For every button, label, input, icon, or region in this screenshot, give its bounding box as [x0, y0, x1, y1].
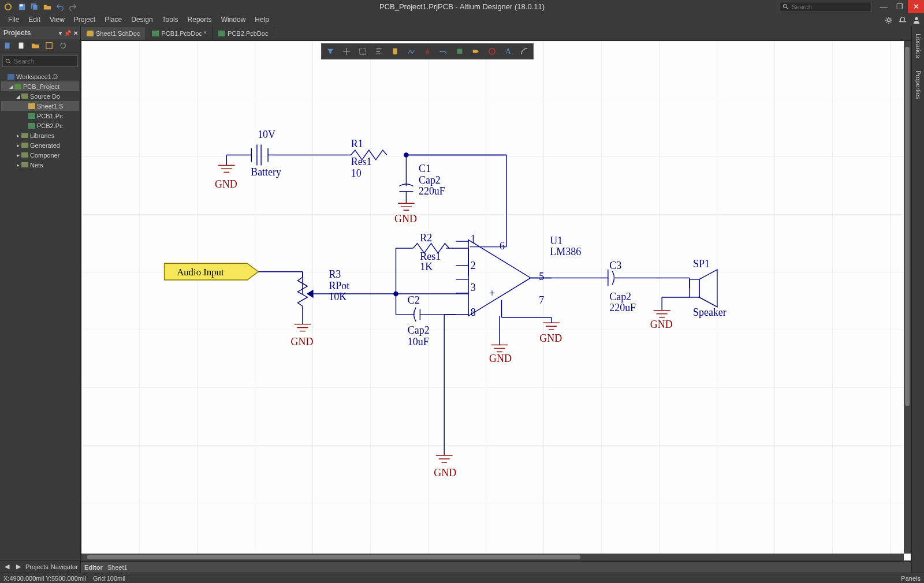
tree-project[interactable]: ◢PCB_Project: [1, 81, 79, 91]
tree-source-docs[interactable]: ◢Source Do: [1, 91, 79, 101]
tree-workspace[interactable]: Workspace1.D: [1, 72, 79, 81]
menu-edit[interactable]: Edit: [24, 13, 45, 27]
svg-text:5: 5: [539, 271, 544, 282]
place-part-icon[interactable]: [388, 45, 403, 58]
new-doc-icon[interactable]: [3, 42, 13, 51]
window-title: PCB_Project1.PrjPCB - Altium Designer (1…: [379, 2, 545, 11]
compile-icon[interactable]: [45, 42, 54, 51]
place-text-icon[interactable]: A: [501, 45, 516, 58]
panels-button[interactable]: Panels: [901, 575, 921, 582]
settings-icon[interactable]: [885, 16, 893, 24]
tree-folder-generated[interactable]: ▸Generated: [1, 140, 79, 150]
svg-point-12: [6, 59, 9, 62]
projects-title: Projects: [3, 29, 31, 37]
right-tab-libraries[interactable]: Libraries: [914, 30, 923, 61]
tree-folder-components[interactable]: ▸Componer: [1, 150, 79, 160]
menu-file[interactable]: File: [3, 13, 24, 27]
projects-footer: ◀ ▶ Projects Navigator: [0, 560, 80, 573]
svg-text:R3: R3: [329, 268, 341, 280]
svg-rect-2: [20, 4, 23, 6]
place-net-icon[interactable]: [436, 45, 451, 58]
projects-header: Projects ▾ 📌 ✕: [0, 27, 80, 39]
svg-point-5: [784, 4, 787, 8]
svg-point-7: [887, 18, 890, 21]
panel-dropdown-icon[interactable]: ▾: [59, 30, 62, 36]
svg-line-6: [787, 7, 788, 9]
menu-tools[interactable]: Tools: [158, 13, 183, 27]
user-icon[interactable]: [912, 16, 921, 24]
minimize-button[interactable]: —: [875, 0, 892, 13]
svg-rect-10: [19, 42, 24, 48]
horizontal-scrollbar[interactable]: [81, 554, 904, 560]
svg-point-8: [915, 17, 918, 20]
schematic-drawing[interactable]: 10V Battery GND R1 Res1 10 C1 Cap2 220uF…: [81, 41, 911, 560]
place-drawing-icon[interactable]: [517, 45, 532, 58]
panel-close-icon[interactable]: ✕: [73, 30, 78, 36]
svg-rect-14: [360, 48, 366, 55]
svg-text:10: 10: [351, 167, 362, 179]
status-bar: X:4900.000mil Y:5500.000mil Grid:100mil …: [0, 573, 924, 583]
global-search-input[interactable]: [792, 3, 861, 10]
folder-icon[interactable]: [31, 42, 40, 51]
tree-folder-libraries[interactable]: ▸Libraries: [1, 130, 79, 140]
footer-tab-navigator[interactable]: Navigator: [51, 563, 78, 570]
svg-text:10uF: 10uF: [408, 336, 429, 347]
footer-tab-projects[interactable]: Projects: [25, 563, 49, 570]
tab-pcb2[interactable]: PCB2.PcbDoc: [213, 27, 274, 40]
panel-next-icon[interactable]: ▶: [14, 563, 23, 570]
svg-text:RPot: RPot: [329, 280, 349, 292]
open-icon[interactable]: [43, 2, 52, 12]
tab-pcb1[interactable]: PCB1.PcbDoc *: [146, 27, 213, 40]
place-port-icon[interactable]: [468, 45, 483, 58]
notifications-icon[interactable]: [899, 16, 907, 24]
new-sheet-icon[interactable]: [17, 42, 27, 51]
filter-icon[interactable]: [323, 45, 338, 58]
maximize-button[interactable]: ❐: [892, 0, 908, 13]
menu-view[interactable]: View: [45, 13, 69, 27]
svg-rect-9: [5, 42, 10, 48]
refresh-icon[interactable]: [59, 42, 68, 51]
svg-text:i: i: [491, 49, 493, 54]
menu-place[interactable]: Place: [100, 13, 126, 27]
menu-window[interactable]: Window: [217, 13, 251, 27]
move-icon[interactable]: [339, 45, 354, 58]
tab-sheet1[interactable]: Sheet1.SchDoc: [81, 27, 146, 40]
redo-icon[interactable]: [68, 2, 77, 12]
align-icon[interactable]: [371, 45, 386, 58]
place-noerc-icon[interactable]: i: [485, 45, 500, 58]
svg-text:C3: C3: [609, 260, 621, 271]
global-search[interactable]: [780, 2, 872, 12]
svg-text:U1: U1: [550, 235, 562, 246]
svg-text:GND: GND: [434, 467, 456, 479]
menu-design[interactable]: Design: [126, 13, 157, 27]
tree-file-sheet1[interactable]: Sheet1.S: [1, 101, 79, 111]
projects-search[interactable]: [2, 55, 78, 67]
svg-text:Audio Input: Audio Input: [177, 267, 224, 278]
schematic-canvas[interactable]: i A: [81, 41, 911, 560]
menu-reports[interactable]: Reports: [183, 13, 217, 27]
place-wire-icon[interactable]: [404, 45, 419, 58]
panel-prev-icon[interactable]: ◀: [2, 563, 12, 570]
vertical-scrollbar[interactable]: [904, 41, 911, 554]
svg-text:Cap2: Cap2: [609, 291, 631, 302]
menu-help[interactable]: Help: [250, 13, 274, 27]
panel-pin-icon[interactable]: 📌: [64, 30, 71, 36]
projects-search-input[interactable]: [14, 58, 72, 65]
tree-folder-nets[interactable]: ▸Nets: [1, 160, 79, 170]
select-icon[interactable]: [355, 45, 370, 58]
place-power-icon[interactable]: [420, 45, 435, 58]
svg-text:1: 1: [471, 233, 476, 245]
save-all-icon[interactable]: [30, 2, 39, 12]
place-sheet-icon[interactable]: [452, 45, 467, 58]
menu-project[interactable]: Project: [69, 13, 100, 27]
tree-file-pcb1[interactable]: PCB1.Pc: [1, 111, 79, 121]
svg-text:220uF: 220uF: [609, 302, 636, 313]
tree-file-pcb2[interactable]: PCB2.Pc: [1, 121, 79, 130]
right-tab-properties[interactable]: Properties: [914, 67, 923, 103]
svg-text:C1: C1: [419, 163, 431, 174]
undo-icon[interactable]: [55, 2, 65, 12]
svg-rect-69: [690, 279, 699, 297]
save-icon[interactable]: [17, 2, 27, 12]
close-button[interactable]: ✕: [908, 0, 924, 13]
svg-text:GND: GND: [215, 178, 237, 190]
